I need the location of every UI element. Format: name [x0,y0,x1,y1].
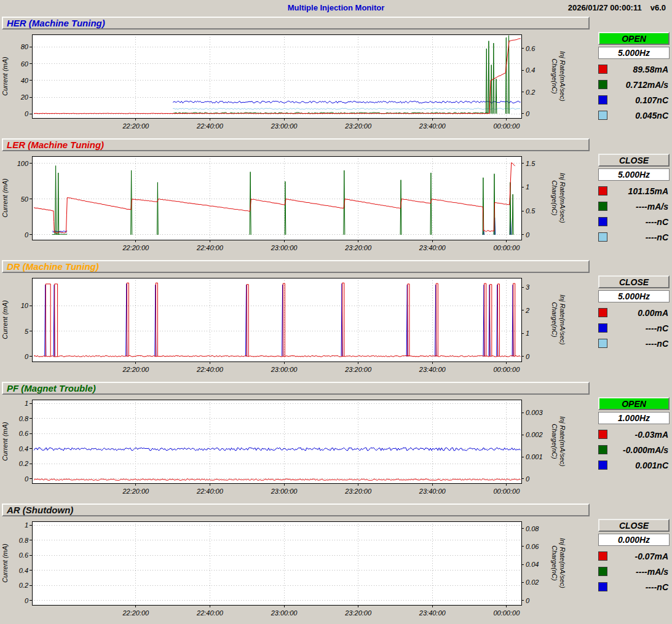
svg-text:Charge(nC): Charge(nC) [551,302,558,338]
lightblue-legend-swatch [598,111,607,120]
svg-text:23:40:00: 23:40:00 [419,488,446,495]
panel-title: HER (Machine Tuning) [7,18,105,28]
reading-value: ----nC [607,217,670,227]
panel-title: DR (Machine Tuning) [7,261,99,272]
panel-header-pf: PF (Magnet Trouble) [2,382,590,395]
reading-value: ----mA/s [607,202,670,211]
panel-title: AR (Shutdown) [7,505,73,515]
injection-frequency-display: 5.000Hz [598,47,670,59]
svg-text:Current (mA): Current (mA) [1,178,9,218]
reading-value: ----mA/s [607,567,670,577]
green-legend-swatch [598,202,607,211]
panel-title: PF (Magnet Trouble) [7,383,96,393]
reading-row: 101.15mA [598,183,670,199]
panel-dr: DR (Machine Tuning) 0510012322:20:0022:4… [0,260,672,381]
svg-text:0.001: 0.001 [526,453,543,460]
reading-row: 0.00mA [598,305,670,320]
svg-text:0: 0 [526,231,530,239]
svg-text:Charge(nC): Charge(nC) [551,545,558,581]
svg-text:0.002: 0.002 [526,431,543,438]
svg-text:23:20:00: 23:20:00 [344,122,372,130]
red-legend-swatch [598,65,607,74]
beam-gate-status-button[interactable]: CLOSE [598,519,670,532]
svg-text:0: 0 [25,475,29,483]
svg-text:00:00:00: 00:00:00 [493,366,520,373]
panel-pf: PF (Magnet Trouble) 00.20.40.60.8100.001… [0,382,672,503]
reading-value: ----nC [607,339,670,349]
info-box-her: OPEN 5.000Hz 89.58mA0.712mA/s0.107nC0.04… [598,32,670,123]
version-label: v6.0 [650,3,666,12]
red-legend-swatch [598,551,607,561]
svg-text:1: 1 [25,400,28,407]
chart-ar: 00.20.40.60.8100.020.040.060.0822:20:002… [0,518,591,624]
panel-header-ar: AR (Shutdown) [2,504,590,516]
svg-text:23:40:00: 23:40:00 [419,609,446,617]
reading-value: 89.58mA [607,65,670,74]
svg-text:0.2: 0.2 [19,582,28,589]
readings: 89.58mA0.712mA/s0.107nC0.045nC [598,61,670,123]
svg-text:Current (mA): Current (mA) [1,57,9,96]
svg-text:0.08: 0.08 [526,525,539,532]
svg-text:22:40:00: 22:40:00 [196,609,224,617]
svg-text:Inj Rate(mA/sec): Inj Rate(mA/sec) [559,294,566,345]
svg-text:Inj Rate(mA/sec): Inj Rate(mA/sec) [559,173,566,223]
panel-ar: AR (Shutdown) 00.20.40.60.8100.020.040.0… [0,504,672,624]
beam-gate-status-button[interactable]: CLOSE [598,154,670,167]
beam-gate-status-button[interactable]: OPEN [598,32,670,45]
readings: -0.07mA----mA/s----nC [598,548,670,594]
info-box-pf: OPEN 1.000Hz -0.03mA-0.000mA/s0.001nC [598,397,670,473]
reading-row: 0.107nC [598,92,670,108]
datetime-label: 2026/01/27 00:00:11 [568,3,642,12]
reading-value: -0.07mA [607,551,670,561]
injection-frequency-display: 5.000Hz [598,290,670,302]
svg-text:Inj Rate(mA/sec): Inj Rate(mA/sec) [559,538,566,588]
chart-her: 02040608000.20.40.622:20:0022:40:0023:00… [0,31,591,140]
svg-text:0: 0 [25,353,29,360]
reading-row: ----nC [598,320,670,336]
svg-text:0: 0 [526,475,530,483]
svg-text:0.003: 0.003 [526,409,543,416]
svg-text:100: 100 [17,160,29,167]
svg-text:22:20:00: 22:20:00 [122,488,149,495]
reading-value: -0.03mA [607,430,670,440]
svg-text:0.5: 0.5 [526,207,536,215]
reading-row: ----mA/s [598,564,670,579]
svg-text:Inj Rate(mA/sec): Inj Rate(mA/sec) [559,51,566,101]
svg-text:23:20:00: 23:20:00 [344,366,372,373]
svg-text:Charge(nC): Charge(nC) [551,180,558,216]
reading-row: ----nC [598,579,670,594]
svg-text:0: 0 [526,597,530,604]
red-legend-swatch [598,308,607,317]
svg-text:20: 20 [20,93,29,101]
svg-text:23:00:00: 23:00:00 [271,122,298,130]
reading-value: 0.712mA/s [607,80,670,90]
reading-value: -0.000mA/s [607,445,670,455]
reading-value: 0.001nC [607,460,670,470]
blue-legend-swatch [598,460,607,470]
svg-text:22:40:00: 22:40:00 [196,122,224,130]
green-legend-swatch [598,80,607,89]
svg-text:40: 40 [21,77,29,84]
svg-text:22:40:00: 22:40:00 [196,244,224,251]
svg-text:22:20:00: 22:20:00 [122,609,149,617]
svg-text:Charge(nC): Charge(nC) [551,424,558,459]
stripchart-ar: 00.20.40.60.8100.020.040.060.0822:20:002… [0,518,591,624]
reading-value: ----nC [607,323,670,333]
beam-gate-status-button[interactable]: OPEN [598,397,670,410]
svg-text:0.4: 0.4 [19,567,28,574]
svg-text:23:00:00: 23:00:00 [271,366,298,373]
beam-gate-status-button[interactable]: CLOSE [598,275,670,288]
svg-text:23:20:00: 23:20:00 [344,609,372,617]
svg-text:3: 3 [526,283,530,291]
svg-text:23:00:00: 23:00:00 [271,244,298,251]
svg-text:0.02: 0.02 [526,579,539,586]
reading-row: -0.03mA [598,427,670,442]
reading-value: 0.00mA [607,308,670,318]
green-legend-swatch [598,445,607,454]
svg-text:0.06: 0.06 [526,543,539,550]
svg-text:2: 2 [525,307,529,314]
svg-text:0.6: 0.6 [526,45,536,52]
reading-row: 0.712mA/s [598,77,670,92]
svg-text:00:00:00: 00:00:00 [493,122,520,130]
reading-row: 89.58mA [598,61,670,77]
